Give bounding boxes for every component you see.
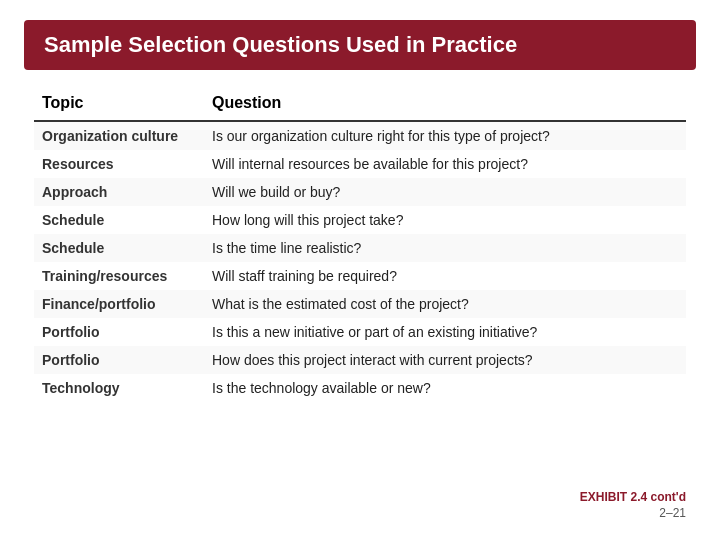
topic-cell: Approach [34,178,204,206]
question-cell: How long will this project take? [204,206,686,234]
table-row: ApproachWill we build or buy? [34,178,686,206]
question-cell: Is this a new initiative or part of an e… [204,318,686,346]
question-cell: Is our organization culture right for th… [204,121,686,150]
topic-cell: Portfolio [34,318,204,346]
table-container: Topic Question Organization cultureIs ou… [24,88,696,482]
question-cell: How does this project interact with curr… [204,346,686,374]
table-row: PortfolioHow does this project interact … [34,346,686,374]
table-row: TechnologyIs the technology available or… [34,374,686,402]
question-cell: Will internal resources be available for… [204,150,686,178]
page-number: 2–21 [659,506,686,520]
table-row: Organization cultureIs our organization … [34,121,686,150]
question-cell: Will we build or buy? [204,178,686,206]
page-title: Sample Selection Questions Used in Pract… [44,32,517,57]
topic-cell: Portfolio [34,346,204,374]
question-cell: Is the technology available or new? [204,374,686,402]
table-row: PortfolioIs this a new initiative or par… [34,318,686,346]
topic-cell: Schedule [34,206,204,234]
question-cell: Is the time line realistic? [204,234,686,262]
col-header-topic: Topic [34,88,204,121]
table-row: ScheduleHow long will this project take? [34,206,686,234]
footer: EXHIBIT 2.4 cont'd 2–21 [24,482,696,520]
topic-cell: Schedule [34,234,204,262]
col-header-question: Question [204,88,686,121]
question-cell: Will staff training be required? [204,262,686,290]
table-row: ScheduleIs the time line realistic? [34,234,686,262]
table-header-row: Topic Question [34,88,686,121]
table-row: ResourcesWill internal resources be avai… [34,150,686,178]
topic-cell: Training/resources [34,262,204,290]
topic-cell: Technology [34,374,204,402]
topic-cell: Resources [34,150,204,178]
table-row: Training/resourcesWill staff training be… [34,262,686,290]
topic-cell: Organization culture [34,121,204,150]
exhibit-label: EXHIBIT 2.4 cont'd [580,490,686,504]
topic-cell: Finance/portfolio [34,290,204,318]
title-bar: Sample Selection Questions Used in Pract… [24,20,696,70]
page-container: Sample Selection Questions Used in Pract… [0,0,720,540]
table-row: Finance/portfolioWhat is the estimated c… [34,290,686,318]
question-cell: What is the estimated cost of the projec… [204,290,686,318]
questions-table: Topic Question Organization cultureIs ou… [34,88,686,402]
